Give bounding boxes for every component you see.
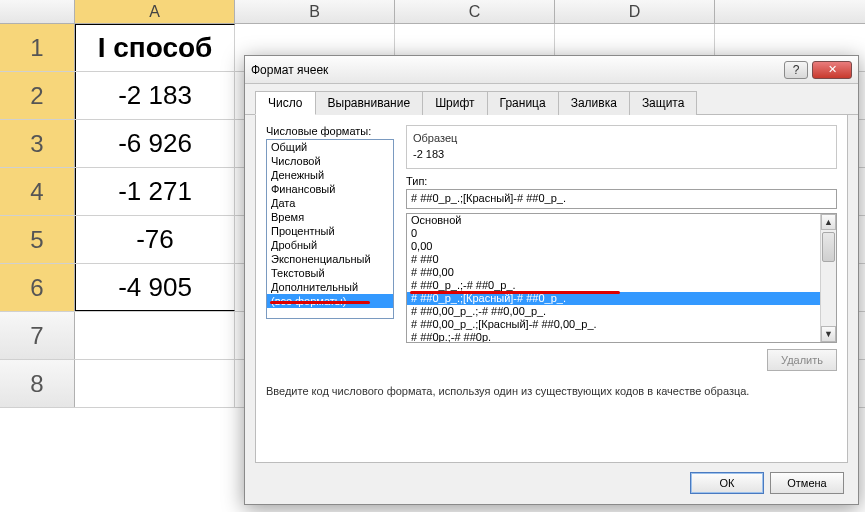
category-item[interactable]: Процентный	[267, 224, 393, 238]
cell-a8[interactable]	[75, 360, 235, 407]
category-item[interactable]: Экспоненциальный	[267, 252, 393, 266]
column-header-d[interactable]: D	[555, 0, 715, 23]
close-icon: ✕	[828, 63, 837, 76]
type-input[interactable]: # ##0_р_.;[Красный]-# ##0_р_.	[406, 189, 837, 209]
type-list[interactable]: Основной 0 0,00 # ##0 # ##0,00 # ##0_р_.…	[406, 213, 837, 343]
scroll-thumb[interactable]	[822, 232, 835, 262]
dialog-tabs: Число Выравнивание Шрифт Граница Заливка…	[245, 84, 858, 115]
category-list[interactable]: Общий Числовой Денежный Финансовый Дата …	[266, 139, 394, 319]
row-header-3[interactable]: 3	[0, 120, 75, 167]
column-headers: A B C D	[0, 0, 865, 24]
category-item[interactable]: Денежный	[267, 168, 393, 182]
tab-fill[interactable]: Заливка	[558, 91, 630, 115]
sample-box: Образец -2 183	[406, 125, 837, 169]
type-item[interactable]: # ##0р.;-# ##0р.	[407, 331, 836, 343]
select-all-corner[interactable]	[0, 0, 75, 23]
annotation-underline-category	[270, 301, 370, 304]
type-item[interactable]: # ##0,00_р_.;[Красный]-# ##0,00_р_.	[407, 318, 836, 331]
tab-number[interactable]: Число	[255, 91, 316, 115]
type-item[interactable]: # ##0,00_р_.;-# ##0,00_р_.	[407, 305, 836, 318]
tab-alignment[interactable]: Выравнивание	[315, 91, 424, 115]
row-header-7[interactable]: 7	[0, 312, 75, 359]
scroll-up-icon[interactable]: ▲	[821, 214, 836, 230]
category-item[interactable]: Дополнительный	[267, 280, 393, 294]
row-header-5[interactable]: 5	[0, 216, 75, 263]
column-header-c[interactable]: C	[395, 0, 555, 23]
sample-label: Образец	[413, 132, 830, 144]
cell-a3[interactable]: -6 926	[75, 120, 235, 167]
column-header-a[interactable]: A	[75, 0, 235, 23]
categories-label: Числовые форматы:	[266, 125, 371, 137]
type-list-scrollbar[interactable]: ▲ ▼	[820, 214, 836, 342]
annotation-underline-type	[410, 291, 620, 294]
row-header-6[interactable]: 6	[0, 264, 75, 311]
cell-a5[interactable]: -76	[75, 216, 235, 263]
category-item[interactable]: Числовой	[267, 154, 393, 168]
category-item[interactable]: Время	[267, 210, 393, 224]
row-header-2[interactable]: 2	[0, 72, 75, 119]
type-label: Тип:	[406, 175, 427, 187]
type-item[interactable]: 0	[407, 227, 836, 240]
scroll-down-icon[interactable]: ▼	[821, 326, 836, 342]
category-item[interactable]: Финансовый	[267, 182, 393, 196]
dialog-buttons: ОК Отмена	[690, 472, 844, 494]
type-item[interactable]: 0,00	[407, 240, 836, 253]
cell-a4[interactable]: -1 271	[75, 168, 235, 215]
cell-a6[interactable]: -4 905	[75, 264, 235, 311]
cancel-button[interactable]: Отмена	[770, 472, 844, 494]
tab-body: Числовые форматы: Общий Числовой Денежны…	[255, 115, 848, 463]
type-item[interactable]: Основной	[407, 214, 836, 227]
column-header-b[interactable]: B	[235, 0, 395, 23]
format-hint: Введите код числового формата, используя…	[266, 385, 837, 397]
type-item[interactable]: # ##0	[407, 253, 836, 266]
row-header-8[interactable]: 8	[0, 360, 75, 407]
type-item[interactable]: # ##0,00	[407, 266, 836, 279]
category-item[interactable]: Дата	[267, 196, 393, 210]
dialog-titlebar[interactable]: Формат ячеек ? ✕	[245, 56, 858, 84]
sample-value: -2 183	[413, 148, 830, 160]
delete-button[interactable]: Удалить	[767, 349, 837, 371]
category-item[interactable]: Общий	[267, 140, 393, 154]
help-button[interactable]: ?	[784, 61, 808, 79]
format-cells-dialog: Формат ячеек ? ✕ Число Выравнивание Шриф…	[244, 55, 859, 505]
tab-protection[interactable]: Защита	[629, 91, 698, 115]
tab-font[interactable]: Шрифт	[422, 91, 487, 115]
cell-a1[interactable]: I способ	[75, 24, 235, 71]
cell-a2[interactable]: -2 183	[75, 72, 235, 119]
row-header-4[interactable]: 4	[0, 168, 75, 215]
category-item[interactable]: Текстовый	[267, 266, 393, 280]
row-header-1[interactable]: 1	[0, 24, 75, 71]
category-item[interactable]: Дробный	[267, 238, 393, 252]
tab-border[interactable]: Граница	[487, 91, 559, 115]
dialog-title: Формат ячеек	[251, 63, 780, 77]
close-button[interactable]: ✕	[812, 61, 852, 79]
ok-button[interactable]: ОК	[690, 472, 764, 494]
cell-a7[interactable]	[75, 312, 235, 359]
